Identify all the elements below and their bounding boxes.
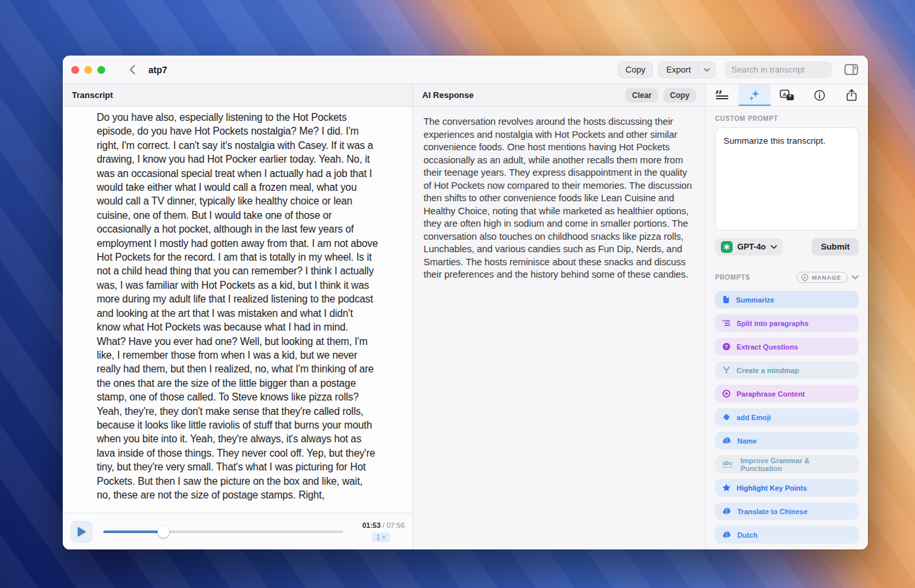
model-row: GPT-4o Submit: [715, 238, 859, 255]
prompt-label: Improve Grammar & Punctuation: [740, 457, 852, 472]
prompts-header: PROMPTS MANAGE: [715, 272, 859, 283]
player-bar: 01:53 / 07:56 1 ×: [63, 513, 412, 549]
svg-text:?: ?: [725, 344, 728, 350]
prompt-label: Extract Questions: [737, 343, 798, 351]
journal-icon: [722, 295, 730, 304]
search-field[interactable]: [725, 61, 832, 78]
transcript-pane: Transcript Do you have also, especially …: [63, 84, 413, 549]
back-chevron-icon: [129, 65, 135, 74]
prompt-label: Paraphrase Content: [737, 390, 805, 398]
model-selector[interactable]: GPT-4o: [715, 238, 783, 255]
mindmap-branch-icon: [722, 366, 731, 374]
ai-header-title: AI Response: [422, 90, 474, 100]
manage-prompts-button[interactable]: MANAGE: [797, 272, 848, 283]
transcript-text: Do you have also, especially listening t…: [97, 110, 378, 502]
tab-info[interactable]: [803, 84, 836, 106]
play-icon: [77, 527, 86, 537]
tab-translate[interactable]: A *: [771, 84, 803, 106]
translate-icon: A *: [780, 90, 794, 101]
time-display: 01:53 / 07:56 1 ×: [354, 521, 405, 542]
gem-icon: [722, 413, 731, 421]
tab-transcript-settings[interactable]: [706, 84, 739, 106]
ai-pane-header: AI Response Clear Copy: [413, 84, 705, 106]
toggle-sidebar-button[interactable]: [842, 62, 859, 78]
prompt-label: Dutch: [737, 531, 757, 539]
prompt-label: Name: [737, 437, 757, 445]
playback-slider[interactable]: [103, 526, 343, 538]
prompt-paraphrase-content[interactable]: Paraphrase Content: [715, 385, 859, 402]
transcript-pane-header: Transcript: [63, 84, 412, 106]
model-chevron-down-icon: [771, 245, 777, 249]
custom-prompt-input[interactable]: Summarize this transcript.: [715, 127, 859, 231]
ai-response-text: The conversation revolves around the hos…: [424, 116, 695, 282]
export-menu-button[interactable]: [699, 62, 715, 78]
target-icon: [722, 389, 731, 398]
prompt-label: Summarize: [736, 296, 774, 304]
openai-logo-icon: [721, 241, 733, 253]
prompt-dutch[interactable]: Dutch: [715, 526, 859, 544]
slider-progress-fill: [103, 531, 163, 533]
quote-lines-icon: [716, 90, 729, 100]
brain-icon: [722, 436, 731, 445]
titlebar: atp7 Copy Export: [63, 56, 868, 84]
prompt-add-emoji[interactable]: add Emoji: [715, 408, 859, 426]
sidebar-toggle-icon: [844, 64, 858, 75]
app-window: atp7 Copy Export: [63, 56, 868, 549]
prompt-improve-grammar[interactable]: abc Improve Grammar & Punctuation: [715, 455, 859, 473]
prompt-label: add Emoji: [737, 414, 771, 421]
abc-icon: abc: [722, 460, 735, 468]
prompts-chevron-down-icon[interactable]: [852, 275, 859, 280]
brain-icon: [722, 507, 731, 515]
play-button[interactable]: [71, 521, 93, 543]
tab-share[interactable]: [835, 84, 868, 106]
playback-speed-badge[interactable]: 1 ×: [372, 532, 390, 542]
question-circle-icon: ?: [722, 342, 731, 351]
manage-label: MANAGE: [812, 274, 841, 281]
current-time: 01:53: [362, 521, 380, 529]
copy-transcript-button[interactable]: Copy: [618, 61, 653, 78]
prompt-extract-questions[interactable]: ? Extract Questions: [715, 338, 859, 355]
brain-icon: [722, 531, 731, 539]
zoom-window-button[interactable]: [97, 66, 105, 74]
desktop-wallpaper: atp7 Copy Export: [0, 0, 915, 588]
total-time: 07:56: [386, 521, 405, 529]
prompt-label: Split into paragraphs: [737, 319, 808, 327]
slider-knob[interactable]: [158, 526, 169, 538]
custom-prompt-label: CUSTOM PROMPT: [715, 115, 859, 122]
copy-response-button[interactable]: Copy: [663, 88, 696, 103]
search-input[interactable]: [731, 65, 825, 74]
svg-text:abc: abc: [722, 460, 732, 466]
sidebar-body: CUSTOM PROMPT Summarize this transcript.: [706, 106, 868, 549]
prompt-highlight-key-points[interactable]: Highlight Key Points: [715, 479, 859, 497]
export-button[interactable]: Export: [658, 61, 716, 78]
star-icon: [722, 483, 731, 492]
main-content: Transcript Do you have also, especially …: [63, 84, 868, 549]
prompt-label: Create a mindmap: [737, 367, 799, 374]
prompt-create-mindmap[interactable]: Create a mindmap: [715, 361, 859, 379]
sparkles-icon: [748, 89, 761, 101]
traffic-lights: [71, 66, 105, 74]
back-button[interactable]: [125, 63, 139, 77]
list-icon: [722, 319, 731, 327]
prompts-label: PROMPTS: [715, 274, 750, 281]
export-label: Export: [659, 62, 698, 78]
prompt-label: Translate to Chinese: [737, 508, 808, 515]
submit-button[interactable]: Submit: [812, 238, 859, 255]
slider-track[interactable]: [103, 531, 343, 533]
transcript-body[interactable]: Do you have also, especially listening t…: [63, 106, 412, 513]
ai-response-pane: AI Response Clear Copy The conversation …: [413, 84, 706, 549]
minimize-window-button[interactable]: [84, 66, 92, 74]
prompt-translate-to-chinese[interactable]: Translate to Chinese: [715, 502, 859, 520]
clear-response-button[interactable]: Clear: [625, 88, 658, 103]
model-name: GPT-4o: [737, 242, 766, 252]
prompt-split-into-paragraphs[interactable]: Split into paragraphs: [715, 314, 859, 332]
ai-response-body[interactable]: The conversation revolves around the hos…: [413, 106, 705, 549]
info-icon: [814, 90, 825, 101]
prompt-summarize[interactable]: Summarize: [715, 291, 859, 308]
manage-gear-icon: [801, 274, 808, 281]
prompt-name[interactable]: Name: [715, 432, 859, 449]
close-window-button[interactable]: [71, 66, 79, 74]
transcript-header-title: Transcript: [72, 90, 113, 100]
tab-ai[interactable]: [739, 84, 771, 106]
svg-text:A: A: [783, 91, 787, 97]
